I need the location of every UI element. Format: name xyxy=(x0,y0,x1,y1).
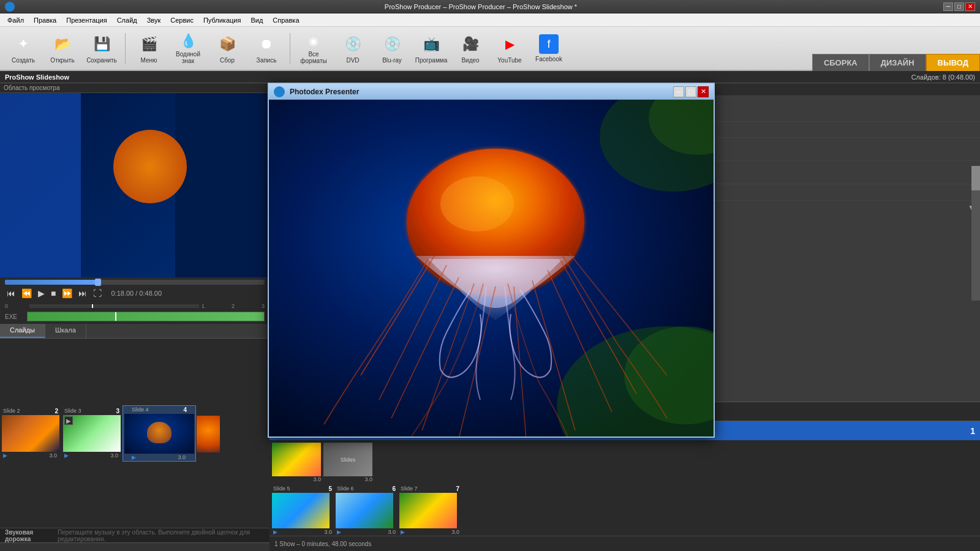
horizontal-scrollbar[interactable] xyxy=(0,542,270,551)
timeline-track[interactable]: EXE xyxy=(0,310,270,323)
right-slide-item[interactable]: Slides 3.0 xyxy=(323,443,372,482)
tab-assembly[interactable]: СБОРКА xyxy=(812,54,869,72)
menu-sound[interactable]: Звук xyxy=(142,15,166,25)
slide5-container[interactable]: Slide 5 5 ▶ 3.0 xyxy=(272,485,333,536)
slide-number: 2 xyxy=(55,408,58,414)
slide-thumbnail[interactable] xyxy=(2,415,59,452)
presenter-controls: ─ □ ✕ xyxy=(673,86,709,97)
transition-icon: ▶ xyxy=(64,416,73,425)
facebook-button[interactable]: f Facebook xyxy=(530,29,567,67)
slide-thumbnail[interactable] xyxy=(124,414,194,454)
presenter-minimize[interactable]: ─ xyxy=(673,86,684,97)
slide7-name: Slide 7 xyxy=(401,485,418,492)
menu-service[interactable]: Сервис xyxy=(165,15,198,25)
menu-help[interactable]: Справка xyxy=(268,15,304,25)
toolbar-separator-2 xyxy=(290,33,290,64)
project-bar: ProShow Slideshow Слайдов: 8 (0:48.00) xyxy=(0,71,980,83)
slide-info: Slide 2 2 xyxy=(2,407,59,415)
slide-name: Slide 2 xyxy=(3,408,20,414)
slide-info: Slide 4 4 xyxy=(130,406,188,414)
slide-duration-row: ▶ 3.0 xyxy=(63,452,121,459)
slide6-name: Slide 6 xyxy=(337,485,354,492)
slide-name: Slide 3 xyxy=(64,408,81,414)
tab-timeline[interactable]: Шкала xyxy=(45,324,86,338)
top-tabs: СБОРКА ДИЗАЙН ВЫВОД xyxy=(812,54,980,72)
slide-name: Slide 4 xyxy=(132,407,149,413)
slide6-thumb xyxy=(336,493,393,528)
presenter-title: Photodex Presenter xyxy=(290,88,673,96)
program-button[interactable]: 📺 Программа xyxy=(413,29,450,67)
presenter-maximize[interactable]: □ xyxy=(685,86,696,97)
menu-view[interactable]: Вид xyxy=(246,15,268,25)
slide-item[interactable]: Slide 3 3 ▶ ▶ 3.0 xyxy=(61,407,123,460)
dvd-button[interactable]: 💿 DVD xyxy=(334,29,371,67)
slide7-container[interactable]: Slide 7 7 ▶ 3.0 xyxy=(399,485,461,536)
progress-bar[interactable] xyxy=(5,280,265,285)
create-button[interactable]: ✦ Создать xyxy=(5,29,42,67)
right-slide-num: 3.0 xyxy=(272,476,321,482)
bluray-button[interactable]: 💿 Blu-ray xyxy=(374,29,410,67)
youtube-label: YouTube xyxy=(497,57,521,64)
collect-icon: 📦 xyxy=(216,33,238,55)
slide-item[interactable] xyxy=(196,414,221,453)
slide-item[interactable]: Slide 2 2 ▶ 3.0 xyxy=(0,407,61,460)
timeline: 0 1 2 3 EXE xyxy=(0,302,270,324)
menu-presentation[interactable]: Презентация xyxy=(61,15,111,25)
menu-slide[interactable]: Слайд xyxy=(112,15,142,25)
prev-button[interactable]: ⏪ xyxy=(20,287,34,299)
menu-button[interactable]: 🎬 Меню xyxy=(130,29,167,67)
sound-label: Звуковая дорожка xyxy=(5,529,53,542)
menu-file[interactable]: Файл xyxy=(2,15,29,25)
menu-btn-label: Меню xyxy=(140,57,157,64)
collect-button[interactable]: 📦 Сбор xyxy=(209,29,246,67)
tab-output[interactable]: ВЫВОД xyxy=(926,54,980,72)
close-button[interactable]: ✕ xyxy=(965,2,975,11)
slide7-play: ▶ xyxy=(401,529,405,535)
tab-slides[interactable]: Слайды xyxy=(0,324,45,338)
presenter-icon xyxy=(274,86,285,97)
right-thumb xyxy=(272,443,321,476)
slide-item-active[interactable]: Slide 4 4 ▶ 3.0 xyxy=(123,405,196,462)
slide-thumbnail[interactable]: ▶ xyxy=(63,415,121,452)
presenter-content xyxy=(269,100,714,437)
app-icon xyxy=(5,2,15,12)
tab-design[interactable]: ДИЗАЙН xyxy=(869,54,926,72)
slide7-thumb xyxy=(399,493,457,528)
skip-end-button[interactable]: ⏭ xyxy=(77,287,89,299)
window-title: ProShow Producer – ProShow Producer – Pr… xyxy=(18,3,943,10)
slide6-container[interactable]: Slide 6 6 ▶ 3.0 xyxy=(336,485,397,536)
all-formats-icon: ◉ xyxy=(303,32,325,49)
playback-controls: ⏮ ⏪ ▶ ■ ⏩ ⏭ ⛶ 0:18.00 / 0:48.00 xyxy=(0,277,270,302)
next-frame-button[interactable]: ⏩ xyxy=(60,287,74,299)
right-slide-item[interactable]: 3.0 xyxy=(272,443,321,482)
menu-publish[interactable]: Публикация xyxy=(198,15,246,25)
open-icon: 📂 xyxy=(51,33,74,55)
open-button[interactable]: 📂 Открыть xyxy=(44,29,81,67)
maximize-button[interactable]: □ xyxy=(954,2,964,11)
facebook-icon: f xyxy=(539,34,559,54)
timeline-label: EXE xyxy=(5,313,27,320)
sound-hint: Перетащите музыку в эту область. Выполни… xyxy=(58,529,265,542)
all-formats-label: Все форматы xyxy=(298,51,329,64)
menu-edit[interactable]: Правка xyxy=(29,15,61,25)
video-button[interactable]: 🎥 Видео xyxy=(452,29,489,67)
timeline-bar[interactable] xyxy=(27,312,265,321)
jellyfish-scene xyxy=(269,100,714,437)
minimize-button[interactable]: ─ xyxy=(943,2,953,11)
record-button[interactable]: ⏺ Запись xyxy=(248,29,285,67)
slide6-num: 6 xyxy=(392,485,396,492)
progress-thumb[interactable] xyxy=(95,279,101,286)
watermark-button[interactable]: 💧 Водяной знак xyxy=(170,29,206,67)
youtube-button[interactable]: ▶ YouTube xyxy=(491,29,528,67)
fullscreen-button[interactable]: ⛶ xyxy=(91,287,104,299)
presenter-close[interactable]: ✕ xyxy=(698,86,709,97)
play-button[interactable]: ▶ xyxy=(36,287,47,299)
slide5-dur: 3.0 xyxy=(324,529,332,535)
save-icon: 💾 xyxy=(91,33,113,55)
save-button[interactable]: 💾 Сохранить xyxy=(83,29,120,67)
all-formats-button[interactable]: ◉ Все форматы xyxy=(295,29,332,67)
skip-start-button[interactable]: ⏮ xyxy=(5,287,17,299)
play-icon: ▶ xyxy=(3,452,7,459)
slide-thumbnail[interactable] xyxy=(196,416,221,452)
stop-button[interactable]: ■ xyxy=(49,287,58,299)
